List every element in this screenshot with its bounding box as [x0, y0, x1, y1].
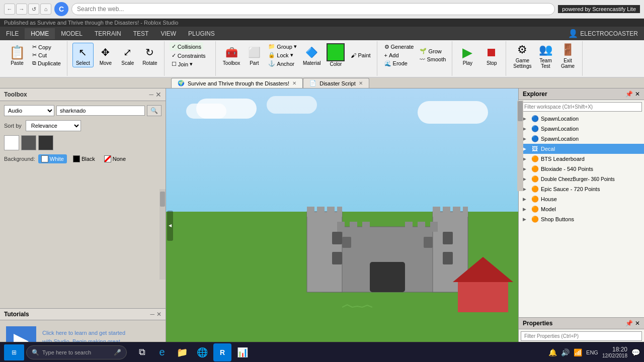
scale-label: Scale: [121, 60, 134, 66]
color-button[interactable]: Color: [325, 42, 347, 68]
bg-black-option[interactable]: Black: [70, 154, 98, 163]
cut-button[interactable]: ✂ Cut: [30, 51, 63, 59]
taskbar-search-box[interactable]: 🔍 Type here to search 🎤: [26, 345, 127, 359]
svg-rect-8: [337, 207, 342, 217]
explorer-item-bloxiade[interactable]: ▶ 🟠 Bloxiade - 540 Points: [519, 164, 644, 174]
game-settings-icon: ⚙: [514, 42, 530, 58]
game-settings-button[interactable]: ⚙ GameSettings: [511, 41, 533, 70]
play-button[interactable]: ▶ Play: [457, 43, 477, 67]
erode-button[interactable]: 🌊 Erode: [382, 60, 416, 67]
move-button[interactable]: ✥ Move: [96, 43, 116, 67]
explorer-item-spawn3[interactable]: ▶ 🔵 SpawnLocation: [519, 134, 644, 144]
explorer-pin[interactable]: 📌: [625, 90, 633, 98]
menu-model[interactable]: MODEL: [55, 28, 89, 39]
grow-button[interactable]: 🌱 Grow: [418, 47, 448, 55]
explorer-item-cheezburger[interactable]: ▶ 🟠 Double CheezBurger- 360 Points: [519, 174, 644, 184]
tab-survive-close[interactable]: ✕: [292, 80, 296, 86]
toolbox-minimize[interactable]: ─: [149, 91, 153, 98]
constraints-button[interactable]: ✓ Constraints: [170, 52, 208, 59]
toolbox-button[interactable]: 🧰 Toolbox: [221, 43, 242, 67]
paste-button[interactable]: 📋 Paste: [6, 44, 28, 67]
menu-view[interactable]: VIEW: [154, 28, 182, 39]
tab-disaster-close[interactable]: ✕: [359, 80, 363, 86]
group-button[interactable]: 📁 Group ▾: [266, 43, 299, 50]
toolbox-scrollbar[interactable]: [159, 189, 166, 280]
search-input[interactable]: [56, 106, 145, 116]
lock-button[interactable]: 🔒 Lock ▾: [266, 51, 299, 59]
explorer-item-spawn2[interactable]: ▶ 🔵 SpawnLocation: [519, 124, 644, 134]
smooth-button[interactable]: 〰 Smooth: [418, 56, 448, 63]
refresh-button[interactable]: ↺: [28, 4, 39, 15]
taskbar-date: 12/02/2018: [602, 353, 627, 358]
windows-icon: ⊞: [12, 349, 17, 356]
toolbox-scroll-thumb[interactable]: [160, 192, 165, 207]
taskbar-app-explorer[interactable]: 📁: [173, 343, 191, 361]
explorer-item-model[interactable]: ▶ 🟠 Model: [519, 204, 644, 214]
back-button[interactable]: ←: [4, 4, 15, 15]
bg-white-option[interactable]: White: [38, 154, 67, 163]
explorer-item-epic[interactable]: ▶ 🟠 Epic Sauce - 720 Points: [519, 184, 644, 194]
viewport[interactable]: ◀: [166, 88, 518, 362]
collisions-button[interactable]: ✓ Collisions: [170, 42, 203, 51]
taskbar-app-roblox[interactable]: R: [213, 343, 231, 361]
tab-survive[interactable]: 🌍 Survive and Thrive through the Disaste…: [171, 78, 303, 88]
forward-button[interactable]: →: [16, 4, 27, 15]
part-button[interactable]: ⬜ Part: [244, 43, 264, 67]
explorer-item-shop[interactable]: ▶ 🟠 Shop Buttons: [519, 214, 644, 224]
scale-button[interactable]: ⤢ Scale: [118, 43, 138, 67]
stop-icon: ⏹: [484, 44, 500, 60]
start-button[interactable]: ⊞: [4, 344, 24, 360]
duplicate-button[interactable]: ⧉ Duplicate: [30, 59, 63, 67]
explorer-filter-input[interactable]: [521, 102, 642, 112]
add-terrain-button[interactable]: + Add: [382, 52, 416, 59]
taskbar-app-other[interactable]: 📊: [233, 343, 252, 361]
toolbox-close[interactable]: ✕: [155, 90, 162, 99]
tab-disaster[interactable]: 📄 Disaster Script ✕: [303, 78, 369, 88]
taskbar-network-icon[interactable]: 📶: [574, 348, 582, 356]
expand-arrow-spawn2: ▶: [523, 126, 529, 131]
search-button[interactable]: 🔍: [147, 105, 162, 116]
rotate-button[interactable]: ↻ Rotate: [140, 43, 160, 67]
sort-select[interactable]: Relevance Most Favorited Newest: [26, 120, 81, 131]
menu-plugins[interactable]: PLUGINS: [182, 28, 221, 39]
menu-file[interactable]: FILE: [0, 28, 25, 39]
taskbar-app-chrome[interactable]: 🌐: [193, 343, 211, 361]
tutorials-close[interactable]: ✕: [156, 311, 162, 318]
bg-none-option[interactable]: None: [101, 154, 129, 163]
properties-close[interactable]: ✕: [635, 320, 640, 327]
explorer-close[interactable]: ✕: [635, 90, 640, 98]
explorer-scrollbar[interactable]: [517, 101, 523, 191]
explorer-item-decal[interactable]: ▶ 🖼 Decal: [519, 144, 644, 154]
explorer-item-bts[interactable]: ▶ 🟠 BTS Leaderboard: [519, 154, 644, 164]
generate-button[interactable]: ⚙ Generate: [382, 43, 416, 51]
copy-button[interactable]: ✂ Copy: [30, 43, 63, 51]
explorer-item-house[interactable]: ▶ 🟠 House: [519, 194, 644, 204]
taskbar-volume-icon[interactable]: 🔊: [561, 348, 570, 356]
properties-pin[interactable]: 📌: [625, 320, 633, 327]
taskbar-app-task-view[interactable]: ⧉: [133, 343, 151, 361]
anchor-button[interactable]: ⚓ Anchor: [266, 60, 299, 67]
menu-home[interactable]: HOME: [25, 28, 55, 39]
explorer-list: ▶ 🔵 SpawnLocation ▶ 🔵 SpawnLocation ▶ 🔵 …: [519, 114, 644, 317]
taskbar-app-edge[interactable]: e: [153, 343, 171, 361]
explorer-scroll-thumb[interactable]: [518, 101, 523, 121]
category-select[interactable]: Audio Models Decals Plugins: [4, 105, 54, 116]
taskbar-notification-icon[interactable]: 🔔: [548, 348, 557, 356]
tutorials-minimize[interactable]: ─: [150, 311, 154, 318]
taskbar-action-center[interactable]: 💬: [631, 348, 640, 356]
select-button[interactable]: ↖ Select: [72, 43, 94, 67]
explorer-item-spawn1[interactable]: ▶ 🔵 SpawnLocation: [519, 114, 644, 124]
properties-filter-input[interactable]: [521, 331, 642, 341]
material-button[interactable]: 🔷 Material: [301, 43, 323, 67]
join-button[interactable]: ☐ Join ▾: [170, 60, 195, 68]
team-test-button[interactable]: 👥 TeamTest: [536, 41, 556, 70]
paint-button[interactable]: 🖌 Paint: [349, 52, 372, 59]
exit-game-button[interactable]: 🚪 ExitGame: [558, 41, 578, 70]
home-button[interactable]: ⌂: [40, 4, 51, 15]
menu-test[interactable]: TEST: [127, 28, 155, 39]
menu-terrain[interactable]: TERRAIN: [89, 28, 127, 39]
viewport-scroll-left[interactable]: ◀: [167, 211, 173, 241]
address-bar[interactable]: [71, 3, 555, 15]
stop-button[interactable]: ⏹ Stop: [481, 43, 502, 67]
publish-text: Published as Survive and Thrive through …: [4, 20, 178, 26]
